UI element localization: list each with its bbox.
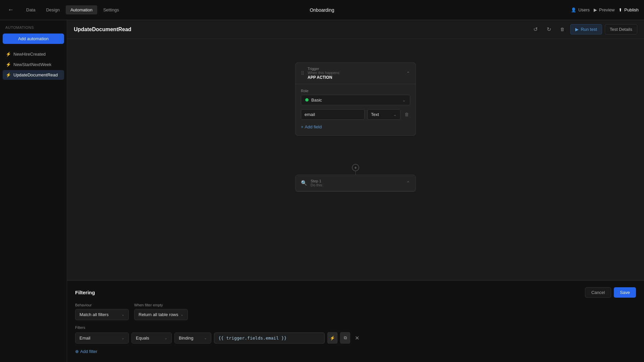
nav-tab-data[interactable]: Data <box>21 5 40 14</box>
filter-value-input[interactable] <box>214 333 325 344</box>
plus-icon: + <box>301 124 304 129</box>
users-icon: 👤 <box>571 7 576 12</box>
role-dot <box>305 98 309 102</box>
step-card-info: Step 1 Do this: <box>311 179 406 187</box>
role-dropdown[interactable]: Basic ⌄ <box>301 95 410 105</box>
nav-tab-design[interactable]: Design <box>41 5 64 14</box>
automation-icon: ⚡ <box>6 52 11 57</box>
step-card: 🔍 Step 1 Do this: ⌃ <box>295 175 416 192</box>
when-empty-select[interactable]: Return all table rows ⌄ <box>134 309 188 320</box>
copy-button[interactable]: ⧉ <box>340 332 350 344</box>
test-details-button[interactable]: Test Details <box>605 24 637 35</box>
nav-tab-automation[interactable]: Automation <box>66 5 97 14</box>
preview-icon: ▶ <box>594 7 597 12</box>
save-button[interactable]: Save <box>614 287 636 298</box>
trigger-label: Trigger <box>308 67 406 71</box>
step-label: Step 1 <box>311 179 406 183</box>
close-icon: ✕ <box>355 335 359 341</box>
plus-icon: ⊕ <box>75 349 79 354</box>
trigger-card: ⠿ Trigger When this happens: APP ACTION … <box>295 62 416 136</box>
step-collapse-button[interactable]: ⌃ <box>406 180 410 186</box>
trigger-card-info: Trigger When this happens: APP ACTION <box>308 67 406 80</box>
add-automation-button[interactable]: Add automation <box>3 34 64 44</box>
chevron-down-icon: ⌄ <box>393 112 397 117</box>
automation-icon-active: ⚡ <box>6 73 11 77</box>
filter-conditions-row: Email ⌄ Equals ⌄ Binding ⌄ <box>75 332 361 344</box>
filters-section: Filters Email ⌄ Equals ⌄ Binding ⌄ <box>75 325 361 355</box>
chevron-down-icon: ⌄ <box>121 312 124 317</box>
canvas-area: ⠿ Trigger When this happens: APP ACTION … <box>67 39 644 280</box>
field-delete-button[interactable]: 🗑 <box>403 111 410 119</box>
email-field[interactable] <box>301 109 365 120</box>
preview-button[interactable]: ▶ Preview <box>594 7 614 12</box>
trigger-value: APP ACTION <box>308 75 406 80</box>
content-area: UpdateDocumentRead ↺ ↻ 🗑 ▶ Run test Test… <box>67 20 644 362</box>
nav-tabs: Data Design Automation Settings <box>21 5 124 14</box>
behaviour-group: Behaviour Match all filters ⌄ <box>75 303 129 320</box>
delete-icon: 🗑 <box>560 27 565 32</box>
role-label: Role <box>301 89 410 93</box>
filter-top-row: Behaviour Match all filters ⌄ When filte… <box>75 303 361 320</box>
content-top-bar: UpdateDocumentRead ↺ ↻ 🗑 ▶ Run test Test… <box>67 20 644 39</box>
publish-button[interactable]: ⬆ Publish <box>619 7 639 12</box>
chevron-down-icon: ⌄ <box>402 98 406 103</box>
page-title: UpdateDocumentRead <box>74 26 131 33</box>
sidebar-item-newhirecreated[interactable]: ⚡ NewHireCreated <box>3 49 64 59</box>
lightning-icon: ⚡ <box>330 336 335 341</box>
filter-binding-select[interactable]: Binding ⌄ <box>174 333 211 344</box>
behaviour-label: Behaviour <box>75 303 129 307</box>
trigger-collapse-button[interactable]: ⌃ <box>406 71 410 76</box>
sidebar-section-title: Automations <box>3 25 64 34</box>
binding-lightning-button[interactable]: ⚡ <box>327 332 337 344</box>
cancel-button[interactable]: Cancel <box>585 287 611 298</box>
step-sublabel: Do this: <box>311 183 406 187</box>
app-title: Onboarding <box>310 7 334 13</box>
main-layout: Automations Add automation ⚡ NewHireCrea… <box>0 20 644 362</box>
step-card-header: 🔍 Step 1 Do this: ⌃ <box>296 175 416 191</box>
chevron-down-icon: ⌄ <box>180 312 183 317</box>
when-empty-label: When filter empty <box>134 303 188 307</box>
run-icon: ▶ <box>575 27 579 32</box>
copy-icon: ⧉ <box>344 335 347 341</box>
filter-operator-select[interactable]: Equals ⌄ <box>131 333 172 344</box>
trigger-sublabel: When this happens: <box>308 71 406 75</box>
behaviour-select[interactable]: Match all filters ⌄ <box>75 309 129 320</box>
when-empty-group: When filter empty Return all table rows … <box>134 303 188 320</box>
filters-label: Filters <box>75 325 361 329</box>
run-test-button[interactable]: ▶ Run test <box>570 24 602 35</box>
content-top-actions: ↺ ↻ 🗑 ▶ Run test Test Details <box>530 24 637 35</box>
filtering-panel: Filtering Cancel Save Behaviour Match al… <box>67 280 644 362</box>
redo-button[interactable]: ↻ <box>543 24 554 35</box>
filtering-actions: Cancel Save <box>585 287 636 298</box>
remove-filter-button[interactable]: ✕ <box>353 334 361 342</box>
automation-icon: ⚡ <box>6 62 11 67</box>
filter-content: Behaviour Match all filters ⌄ When filte… <box>67 303 369 355</box>
add-step-button[interactable]: + <box>352 164 359 171</box>
add-field-button[interactable]: + Add field <box>301 123 322 131</box>
sidebar-item-updatedocumentread[interactable]: ⚡ UpdateDocumentRead <box>3 70 64 80</box>
field-type-select[interactable]: Text ⌄ <box>367 109 400 120</box>
publish-icon: ⬆ <box>619 7 622 12</box>
right-actions: 👤 Users ▶ Preview ⬆ Publish <box>571 7 639 12</box>
filtering-title: Filtering <box>75 290 95 295</box>
nav-tab-settings[interactable]: Settings <box>99 5 124 14</box>
field-row: Text ⌄ 🗑 <box>301 109 410 120</box>
chevron-down-icon: ⌄ <box>121 336 124 340</box>
delete-button[interactable]: 🗑 <box>557 24 568 35</box>
top-nav: ← Data Design Automation Settings Onboar… <box>0 0 644 20</box>
undo-button[interactable]: ↺ <box>530 24 541 35</box>
chevron-down-icon: ⌄ <box>164 336 167 340</box>
filtering-header: Filtering Cancel Save <box>67 287 644 303</box>
sidebar: Automations Add automation ⚡ NewHireCrea… <box>0 20 67 362</box>
users-button[interactable]: 👤 Users <box>571 7 590 12</box>
add-filter-button[interactable]: ⊕ Add filter <box>75 348 97 355</box>
chevron-down-icon: ⌄ <box>204 336 207 340</box>
filter-field-select[interactable]: Email ⌄ <box>75 333 129 344</box>
drag-icon: ⠿ <box>301 71 304 76</box>
search-icon: 🔍 <box>301 180 307 186</box>
back-button[interactable]: ← <box>5 5 16 15</box>
sidebar-item-newstartnextweek[interactable]: ⚡ NewStartNextWeek <box>3 60 64 69</box>
trigger-card-body: Role Basic ⌄ Text ⌄ 🗑 + <box>296 84 416 135</box>
trigger-card-header: ⠿ Trigger When this happens: APP ACTION … <box>296 63 416 84</box>
